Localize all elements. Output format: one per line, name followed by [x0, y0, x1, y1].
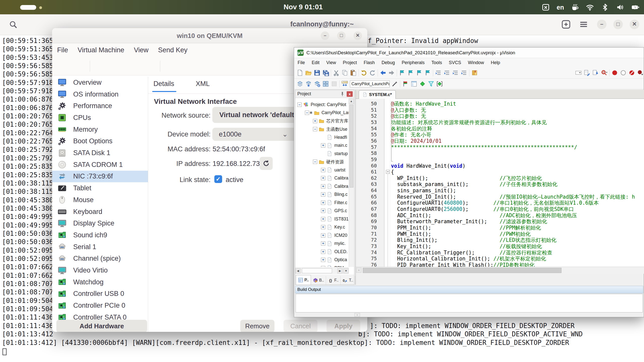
- link-state-checkbox[interactable]: ✓: [214, 175, 222, 183]
- vm-shutdown-icon-icon[interactable]: [128, 61, 138, 71]
- uv-paste-icon[interactable]: [350, 69, 357, 76]
- tree-expand-toggle[interactable]: +: [321, 184, 325, 189]
- sidebar-item-os-information[interactable]: OS information: [52, 88, 148, 100]
- terminal-maximize-button[interactable]: □: [613, 20, 623, 29]
- uv-navl-icon[interactable]: [380, 69, 386, 76]
- tree-item-uartst[interactable]: +uartst: [321, 166, 345, 174]
- tree-expand-toggle[interactable]: −: [297, 103, 302, 107]
- panel-tab-p[interactable]: P..: [296, 275, 311, 285]
- uv-menu-debug[interactable]: Debug: [382, 60, 395, 65]
- tree-item-calibra[interactable]: +Calibra: [321, 174, 348, 183]
- scroll-left-arrow[interactable]: ‹: [356, 267, 361, 273]
- uv-combosm-icon[interactable]: [575, 69, 582, 76]
- project-vertical-scrollbar[interactable]: ▲: [349, 99, 354, 267]
- clock[interactable]: Nov 9 01:01: [262, 3, 345, 11]
- sidebar-item-mouse[interactable]: Mouse: [52, 194, 148, 206]
- tree-item-key-c[interactable]: +Key.c: [321, 223, 345, 232]
- tree-item-ppm-c[interactable]: +PPM.c: [321, 264, 347, 267]
- tree-item-project-carrypilot[interactable]: −Project: CarryPilot: [297, 101, 346, 109]
- sidebar-item-boot-options[interactable]: Boot Options: [52, 135, 148, 147]
- tree-expand-toggle[interactable]: −: [305, 111, 309, 115]
- tree-expand-toggle[interactable]: +: [321, 241, 325, 246]
- vm-menu-virtual-machine[interactable]: Virtual Machine: [78, 46, 125, 54]
- panel-tab-t[interactable]: 0,T..: [341, 276, 355, 285]
- tree-item-myiic[interactable]: +myiic.: [321, 240, 346, 248]
- scroll-thumb[interactable]: [363, 268, 561, 273]
- uv-navr-icon[interactable]: [388, 69, 395, 76]
- refresh-ip-button[interactable]: [260, 157, 273, 170]
- scroll-left-arrow[interactable]: ◀: [295, 268, 301, 274]
- uv-menu-file[interactable]: File: [298, 60, 305, 65]
- scroll-thumb[interactable]: [349, 105, 353, 188]
- uv-flagrg-icon[interactable]: [402, 80, 409, 87]
- vm-vm-console-icon-icon[interactable]: [58, 61, 68, 71]
- uv-menu-window[interactable]: Window: [468, 60, 484, 65]
- uv-stackr-icon[interactable]: [314, 80, 320, 87]
- wifi-icon[interactable]: [586, 3, 594, 12]
- vm-pause-icon-icon[interactable]: [112, 61, 122, 71]
- tree-expand-toggle[interactable]: +: [321, 192, 325, 197]
- uv-lines-icon[interactable]: [435, 69, 442, 76]
- sidebar-item-controller-pcie-0[interactable]: Controller PCIe 0: [52, 300, 148, 311]
- uv-flag-icon[interactable]: [416, 69, 423, 76]
- tree-expand-toggle[interactable]: +: [321, 209, 325, 213]
- tree-expand-toggle[interactable]: +: [321, 233, 325, 238]
- tree-item-bling-c[interactable]: +Bling.c: [321, 191, 348, 199]
- uv-copy-icon[interactable]: [341, 69, 348, 76]
- tree-item-startup[interactable]: startup: [321, 150, 348, 158]
- uv-dotk-icon[interactable]: [628, 69, 635, 76]
- vm-minimize-button[interactable]: –: [321, 31, 329, 40]
- sidebar-item-video-virtio[interactable]: Video Virtio: [52, 264, 148, 276]
- tree-expand-toggle[interactable]: +: [321, 225, 325, 229]
- uv-menu-flash[interactable]: Flash: [364, 60, 375, 65]
- uv-dotr-icon[interactable]: [611, 69, 618, 76]
- vm-maximize-button[interactable]: □: [337, 31, 346, 40]
- sidebar-item-controller-usb-0[interactable]: Controller USB 0: [52, 288, 148, 300]
- tab-xml[interactable]: XML: [196, 80, 210, 87]
- menu-button[interactable]: [579, 19, 589, 29]
- tree-item-calibra[interactable]: +Calibra: [321, 182, 348, 191]
- uv-redo-icon[interactable]: [369, 69, 376, 76]
- panel-tab-f[interactable]: {}F..: [326, 276, 341, 285]
- uv-load-icon[interactable]: LOAD: [341, 80, 348, 87]
- uv-menu-view[interactable]: View: [326, 60, 336, 65]
- apply-button[interactable]: Apply: [327, 320, 360, 332]
- sidebar-item-performance[interactable]: Performance: [52, 100, 148, 112]
- build-output-content[interactable]: [296, 294, 643, 312]
- sidebar-item-cpus[interactable]: CPUs: [52, 112, 148, 124]
- tree-item-gps-c[interactable]: +GPS.c: [321, 207, 347, 215]
- scroll-up-arrow[interactable]: ▲: [349, 99, 354, 104]
- uv-lines-icon[interactable]: [444, 69, 450, 76]
- terminal-close-button[interactable]: ✕: [630, 20, 639, 29]
- tree-expand-toggle[interactable]: +: [321, 266, 325, 267]
- system-tray[interactable]: en: [542, 3, 639, 12]
- activities-pill[interactable]: [20, 5, 36, 10]
- uv-folder-open-icon[interactable]: [305, 69, 312, 76]
- editor-tab-system-c[interactable]: SYSTEM.c*: [359, 90, 396, 99]
- project-panel-close[interactable]: x: [347, 91, 353, 97]
- uv-incrfind-icon[interactable]: [592, 69, 599, 76]
- tree-expand-toggle[interactable]: −: [313, 160, 317, 164]
- uv-magred-icon[interactable]: @: [601, 69, 608, 76]
- sidebar-item-memory[interactable]: Memory: [52, 124, 148, 135]
- uv-menu-project[interactable]: Project: [343, 60, 357, 65]
- tree-expand-toggle[interactable]: +: [321, 168, 325, 172]
- remove-button[interactable]: Remove: [240, 320, 274, 332]
- uv-flag-icon[interactable]: [399, 69, 406, 76]
- uv-dotw-icon[interactable]: [620, 69, 627, 76]
- vm-close-button[interactable]: ✕: [353, 31, 362, 40]
- tab-details[interactable]: Details: [153, 80, 174, 87]
- code-editor[interactable]: 50@函数名: HardWave_Init51@入口参数: 无52@出口参数: …: [356, 99, 644, 267]
- tree-expand-toggle[interactable]: +: [321, 258, 325, 262]
- uv-gridic-icon[interactable]: [322, 80, 329, 87]
- project-panel-header[interactable]: Project x: [295, 90, 354, 98]
- vm-menu-file[interactable]: File: [57, 46, 68, 54]
- build-output-header[interactable]: Build Output: [295, 286, 643, 293]
- tree-expand-toggle[interactable]: +: [321, 143, 325, 148]
- add-hardware-button[interactable]: Add Hardware: [56, 320, 147, 332]
- vm-menu-send-key[interactable]: Send Key: [158, 46, 187, 54]
- tree-item-optica[interactable]: +Optica: [321, 256, 347, 264]
- tree-expand-toggle[interactable]: +: [321, 250, 325, 254]
- uv-stack-icon[interactable]: [297, 80, 303, 87]
- tree-item-headfi[interactable]: Headfi: [321, 133, 347, 142]
